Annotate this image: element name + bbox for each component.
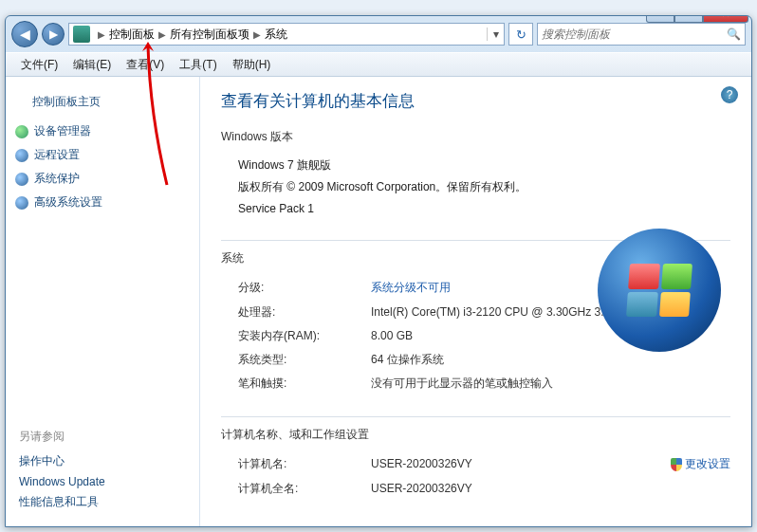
address-dropdown-icon[interactable]: ▾ — [487, 28, 504, 41]
menu-help[interactable]: 帮助(H) — [225, 55, 279, 75]
edition-name: Windows 7 旗舰版 — [238, 155, 730, 176]
rating-label: 分级: — [238, 276, 371, 300]
close-button[interactable]: ✕ — [703, 15, 748, 23]
computer-icon — [73, 26, 90, 43]
sidebar-item-device-manager[interactable]: 设备管理器 — [15, 119, 190, 143]
sidebar-see-also: 另请参阅 — [19, 429, 190, 445]
sidebar: 控制面板主页 设备管理器 远程设置 系统保护 高级系统设置 另请参阅 操作中心 … — [6, 77, 200, 526]
sidebar-item-remote[interactable]: 远程设置 — [15, 143, 190, 167]
cpu-label: 处理器: — [238, 301, 371, 324]
pen-value: 没有可用于此显示器的笔或触控输入 — [371, 372, 730, 395]
sidebar-footer-windows-update[interactable]: Windows Update — [15, 472, 190, 491]
chevron-right-icon: ▶ — [155, 29, 170, 40]
sidebar-home-link[interactable]: 控制面板主页 — [32, 94, 190, 110]
search-box[interactable]: 🔍 — [537, 23, 746, 46]
breadcrumb-all-items[interactable]: 所有控制面板项 — [170, 27, 249, 43]
main-panel: ? 查看有关计算机的基本信息 Windows 版本 Windows 7 旗舰版 … — [200, 77, 751, 526]
chevron-right-icon: ▶ — [94, 29, 109, 40]
bullet-icon — [15, 196, 28, 210]
divider — [221, 416, 730, 417]
help-icon[interactable]: ? — [721, 86, 738, 103]
sidebar-item-label: 远程设置 — [34, 147, 80, 163]
sidebar-item-label: 系统保护 — [34, 171, 80, 187]
breadcrumb-control-panel[interactable]: 控制面板 — [109, 27, 155, 43]
sidebar-footer-action-center[interactable]: 操作中心 — [15, 450, 190, 472]
computer-name-label: 计算机名: — [238, 452, 371, 476]
search-icon[interactable]: 🔍 — [727, 28, 741, 41]
section-windows-edition: Windows 版本 — [221, 129, 730, 145]
sidebar-footer-performance[interactable]: 性能信息和工具 — [15, 491, 190, 513]
search-input[interactable] — [542, 28, 727, 41]
menu-tools[interactable]: 工具(T) — [172, 55, 224, 75]
minimize-button[interactable]: — — [646, 15, 674, 23]
maximize-button[interactable]: ❐ — [674, 15, 703, 23]
menu-edit[interactable]: 编辑(E) — [65, 55, 119, 75]
full-name-label: 计算机全名: — [238, 477, 371, 501]
chevron-right-icon: ▶ — [249, 29, 265, 40]
breadcrumb-system[interactable]: 系统 — [265, 27, 287, 43]
ram-label: 安装内存(RAM): — [238, 324, 371, 348]
menu-bar: 文件(F) 编辑(E) 查看(V) 工具(T) 帮助(H) — [6, 52, 751, 77]
sidebar-item-advanced[interactable]: 高级系统设置 — [15, 191, 190, 214]
copyright-text: 版权所有 © 2009 Microsoft Corporation。保留所有权利… — [238, 176, 730, 198]
shield-icon — [671, 458, 682, 471]
refresh-button[interactable]: ↻ — [508, 23, 533, 46]
sidebar-item-label: 设备管理器 — [34, 123, 91, 139]
bullet-icon — [15, 149, 28, 162]
windows-logo-icon — [598, 229, 721, 352]
computer-name-value: USER-20200326VY 更改设置 — [371, 452, 730, 476]
full-name-value: USER-20200326VY — [371, 477, 730, 501]
bullet-icon — [15, 125, 28, 138]
service-pack: Service Pack 1 — [238, 198, 730, 220]
pen-label: 笔和触摸: — [238, 372, 371, 395]
sidebar-item-protection[interactable]: 系统保护 — [15, 167, 190, 191]
section-computer-name: 计算机名称、域和工作组设置 — [221, 427, 730, 443]
type-label: 系统类型: — [238, 348, 371, 372]
change-settings-link[interactable]: 更改设置 — [671, 452, 730, 476]
menu-file[interactable]: 文件(F) — [13, 55, 65, 75]
sidebar-item-label: 高级系统设置 — [34, 194, 102, 211]
page-title: 查看有关计算机的基本信息 — [221, 90, 730, 112]
bullet-icon — [15, 173, 28, 186]
menu-view[interactable]: 查看(V) — [119, 55, 172, 75]
address-bar[interactable]: ▶ 控制面板 ▶ 所有控制面板项 ▶ 系统 ▾ — [68, 23, 505, 46]
back-button[interactable]: ◀ — [11, 21, 38, 47]
forward-button[interactable]: ▶ — [42, 23, 65, 46]
